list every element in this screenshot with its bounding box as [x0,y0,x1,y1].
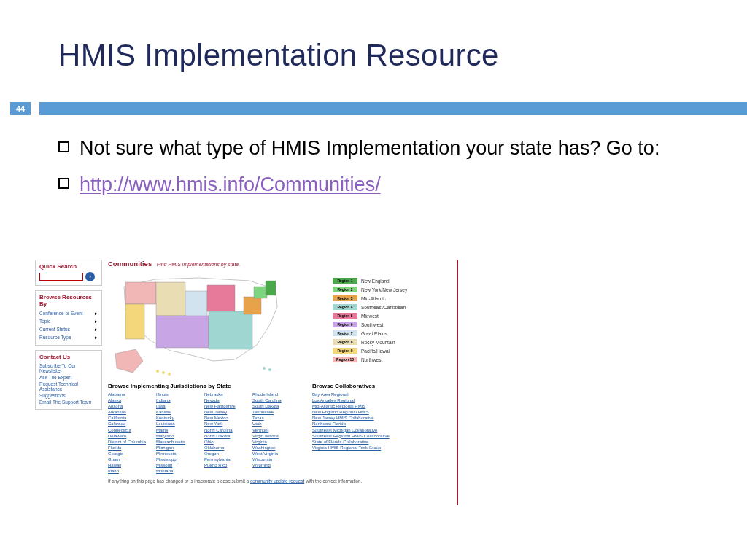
state-link[interactable]: New Hampshire [204,403,248,409]
collaborative-link[interactable]: Southeast Regional HMIS Collaborative [312,433,414,439]
collaborative-link[interactable]: New England Regional HMIS [312,409,414,415]
state-link[interactable]: District of Columbia [108,439,152,445]
state-link[interactable]: Kentucky [156,415,200,421]
quick-search-panel: Quick Search › [35,260,102,286]
state-link[interactable]: New Mexico [204,415,248,421]
state-link[interactable]: Ohio [204,439,248,445]
state-link[interactable]: Oregon [204,451,248,456]
bullet-list: Not sure what type of HMIS Implementatio… [58,135,689,209]
browse-by-item[interactable]: Topic▸ [39,317,98,325]
state-link[interactable]: Michigan [156,445,200,451]
state-link[interactable]: Virgin Islands [252,433,296,439]
quick-search-heading: Quick Search [39,263,98,270]
state-link[interactable]: South Carolina [252,397,296,403]
slide: HMIS Implementation Resource 44 Not sure… [0,0,747,560]
state-link[interactable]: Montana [156,468,200,474]
state-link[interactable]: Nevada [204,397,248,403]
state-link[interactable]: North Dakota [204,433,248,439]
contact-us-item[interactable]: Subscribe To Our Newsletter [39,362,98,374]
collaborative-link[interactable]: Los Angeles Regional [312,397,414,403]
svg-rect-9 [266,281,276,295]
state-link[interactable]: Maryland [156,433,200,439]
legend-row: Region 7Great Plains [333,329,407,338]
browse-by-item[interactable]: Conference or Event▸ [39,309,98,317]
contact-us-item[interactable]: Request Technical Assistance [39,381,98,392]
community-update-link[interactable]: community update request [250,478,304,483]
state-link[interactable]: Wisconsin [252,456,296,462]
legend-label: Pacific/Hawaii [361,349,390,354]
state-link[interactable]: Illinois [156,392,200,397]
communities-title: Communities [108,260,152,268]
state-link[interactable]: Wyoming [252,462,296,468]
state-link[interactable]: Minnesota [156,451,200,456]
state-link[interactable]: Colorado [108,421,152,427]
state-link[interactable]: Virginia [252,439,296,445]
state-link[interactable]: Missouri [156,462,200,468]
browse-row: Browse Implementing Jurisdictions by Sta… [108,383,452,474]
state-link[interactable]: Guam [108,456,152,462]
state-link[interactable]: Idaho [108,468,152,474]
slide-number: 44 [10,102,31,115]
resource-link[interactable]: http://www.hmis.info/Communities/ [80,171,381,198]
state-link[interactable]: Massachusetts [156,439,200,445]
state-link[interactable]: Tennessee [252,409,296,415]
browse-by-item[interactable]: Current Status▸ [39,325,98,333]
state-link[interactable]: Hawaii [108,462,152,468]
legend-label: New York/New Jersey [361,287,407,292]
state-link[interactable]: Kansas [156,409,200,415]
collaborative-link[interactable]: Mid-Atlantic Regional HMIS [312,403,414,409]
state-link[interactable]: Iowa [156,403,200,409]
legend-label: Northwest [361,357,382,362]
state-link[interactable]: Alabama [108,392,152,397]
state-link[interactable]: Utah [252,421,296,427]
legend-label: New England [361,279,390,284]
collaborative-link[interactable]: Virginia HMIS Regional Task Group [312,445,414,451]
state-link[interactable]: Louisiana [156,421,200,427]
state-link[interactable]: Nebraska [204,392,248,397]
state-link[interactable]: Washington [252,445,296,451]
state-link[interactable]: Connecticut [108,427,152,433]
collaborative-link[interactable]: State of Florida Collaborative [312,439,414,445]
state-link[interactable]: Florida [108,445,152,451]
search-input[interactable] [39,273,83,281]
legend-row: Region 5Midwest [333,311,407,320]
state-link[interactable]: Arizona [108,403,152,409]
state-link[interactable]: North Carolina [204,427,248,433]
state-link[interactable]: West Virginia [252,451,296,456]
state-link[interactable]: Delaware [108,433,152,439]
svg-rect-4 [207,285,235,311]
state-link[interactable]: New York [204,421,248,427]
state-link[interactable]: California [108,415,152,421]
svg-point-14 [268,368,271,371]
state-link[interactable]: Texas [252,415,296,421]
state-link[interactable]: Maine [156,427,200,433]
bullet-text: Not sure what type of HMIS Implementatio… [80,135,659,161]
legend-label: Rocky Mountain [361,340,395,345]
page-title: HMIS Implementation Resource [58,38,499,73]
legend-row: Region 4Southeast/Caribbean [333,303,407,311]
state-link[interactable]: Alaska [108,397,152,403]
accent-bar: 44 [0,102,747,115]
browse-by-item[interactable]: Resource Type▸ [39,333,98,341]
state-link[interactable]: Rhode Island [252,392,296,397]
state-link[interactable]: New Jersey [204,409,248,415]
state-link[interactable]: Georgia [108,451,152,456]
state-link[interactable]: Mississippi [156,456,200,462]
state-link[interactable]: Indiana [156,397,200,403]
search-go-icon[interactable]: › [85,272,95,281]
legend-swatch: Region 7 [333,330,357,336]
contact-us-item[interactable]: Email The Support Team [39,399,98,405]
state-link[interactable]: South Dakota [252,403,296,409]
state-link[interactable]: Vermont [252,427,296,433]
state-link[interactable]: Pennsylvania [204,456,248,462]
contact-us-item[interactable]: Ask The Expert [39,374,98,381]
collaborative-link[interactable]: Bay Area Regional [312,392,414,397]
state-link[interactable]: Arkansas [108,409,152,415]
collaborative-link[interactable]: Southeast Michigan Collaborative [312,427,414,433]
collaborative-link[interactable]: New Jersey HMIS Collaborative [312,415,414,421]
collaborative-link[interactable]: Northeast Florida [312,421,414,427]
state-link[interactable]: Puerto Rico [204,462,248,468]
state-link[interactable]: Oklahoma [204,445,248,451]
contact-us-item[interactable]: Suggestions [39,392,98,399]
communities-subtitle: Find HMIS implementations by state. [157,262,240,267]
